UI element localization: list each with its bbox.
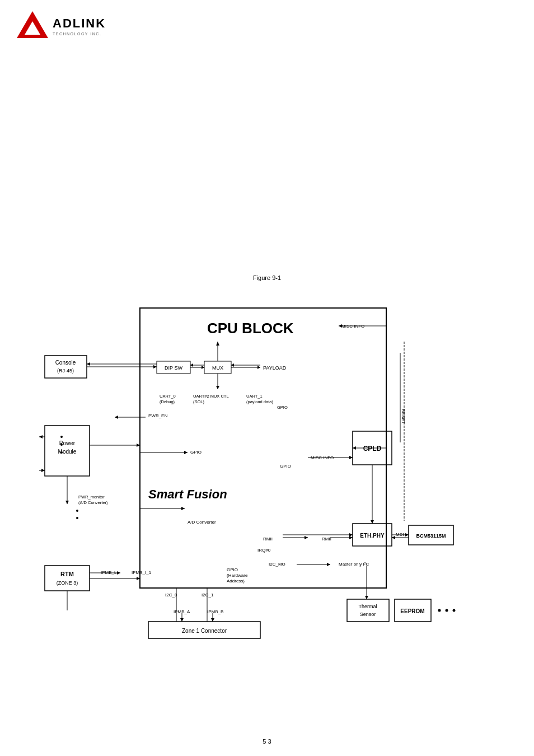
page-number: 5 3 xyxy=(0,738,534,745)
cpld-label: CPLD xyxy=(363,445,382,452)
gpio-hw-label: GPIO xyxy=(227,567,238,572)
uart1-payload: (payload data) xyxy=(246,399,273,404)
zone1-label: Zone 1 Connector xyxy=(182,628,227,634)
rtm-label: RTM xyxy=(60,571,74,577)
dot2 xyxy=(446,609,448,612)
svg-rect-67 xyxy=(347,599,389,622)
rtm-zone: (ZONE 3) xyxy=(57,580,78,586)
svg-point-35 xyxy=(60,444,63,446)
i2c-1-label: I2C_1 xyxy=(202,592,214,598)
svg-marker-19 xyxy=(339,324,342,328)
pwr-monitor-adc: (A/D Converter) xyxy=(78,500,108,505)
svg-marker-32 xyxy=(87,362,90,366)
bcm-label: BCM53115M xyxy=(416,533,446,539)
svg-point-34 xyxy=(60,436,63,438)
svg-rect-28 xyxy=(45,356,87,378)
svg-marker-77 xyxy=(353,446,356,450)
svg-marker-58 xyxy=(117,571,120,575)
diagram-container: CPU BLOCK Smart Fusion DIP SW MUX PAYLOA… xyxy=(28,297,517,722)
eeprom-label: EEPROM xyxy=(400,608,424,614)
reset-label: RESET xyxy=(401,409,406,424)
svg-marker-46 xyxy=(305,536,308,539)
figure-caption: Figure 9-1 xyxy=(0,274,534,281)
dot1 xyxy=(438,609,441,612)
power-module-label2: Module xyxy=(58,449,77,455)
svg-marker-70 xyxy=(365,596,368,599)
pwr-monitor-label: PWR_monitor xyxy=(78,494,105,500)
ipmb-b-label: IPMB_B xyxy=(207,609,223,614)
eth-phy-label: ETH.PHY xyxy=(360,533,385,539)
gpio-hw-label3: Address) xyxy=(227,578,245,584)
adc-label: A/D Converter xyxy=(188,520,216,525)
uart2-sol: (SOL) xyxy=(193,399,205,404)
svg-marker-66 xyxy=(211,618,214,622)
uart0-debug: (Debug) xyxy=(160,399,175,404)
svg-marker-30 xyxy=(153,365,157,368)
svg-marker-8 xyxy=(190,363,193,367)
svg-rect-56 xyxy=(45,566,90,591)
i2c-0-label: I2C_0 xyxy=(165,592,177,598)
thermal-sensor-label1: Thermal xyxy=(358,604,377,609)
svg-marker-85 xyxy=(349,533,353,536)
svg-marker-83 xyxy=(41,469,45,472)
gpio-label1: GPIO xyxy=(277,405,288,410)
svg-point-42 xyxy=(76,517,78,519)
smart-fusion-label: Smart Fusion xyxy=(148,487,227,501)
svg-marker-81 xyxy=(39,435,43,438)
svg-point-36 xyxy=(60,451,63,454)
svg-marker-6 xyxy=(202,366,204,369)
uart0-label: UART_0 xyxy=(160,394,176,399)
console-rj45: (RJ-45) xyxy=(57,368,74,374)
logo-icon xyxy=(17,11,48,38)
ipmb-i-1-label: IPMB_I_1 xyxy=(132,570,152,575)
block-diagram-svg: CPU BLOCK Smart Fusion DIP SW MUX PAYLOA… xyxy=(28,297,515,711)
irqn0-label: IRQ#0 xyxy=(257,548,271,553)
logo-area: ADLINK TECHNOLOGY INC. xyxy=(17,11,106,38)
gpio-label-mid: GPIO xyxy=(190,450,202,455)
svg-marker-27 xyxy=(349,456,353,459)
svg-marker-44 xyxy=(181,507,185,510)
svg-point-41 xyxy=(76,510,78,512)
svg-marker-64 xyxy=(180,618,184,622)
pwr-en-label: PWR_EN xyxy=(148,413,167,418)
master-i2c-label: Master only I²C xyxy=(339,562,369,567)
rmii-right-label: RMII xyxy=(322,536,331,542)
svg-marker-40 xyxy=(65,501,69,504)
svg-marker-61 xyxy=(327,563,330,566)
dip-sw-label: DIP SW xyxy=(165,365,182,371)
svg-marker-10 xyxy=(216,342,219,346)
cpu-block-label: CPU BLOCK xyxy=(207,320,294,337)
svg-marker-55 xyxy=(392,536,395,539)
dot3 xyxy=(453,609,456,612)
console-label: Console xyxy=(55,360,76,366)
mux-label: MUX xyxy=(212,365,223,371)
svg-marker-14 xyxy=(257,366,260,369)
svg-marker-53 xyxy=(405,533,409,536)
svg-marker-79 xyxy=(371,520,374,524)
uart1-label: UART_1 xyxy=(246,394,263,399)
svg-marker-23 xyxy=(115,416,118,419)
svg-rect-2 xyxy=(140,308,386,588)
logo-text: ADLINK TECHNOLOGY INC. xyxy=(53,16,106,36)
svg-marker-12 xyxy=(216,386,219,389)
gpio-hw-label2: (Hardware xyxy=(227,573,248,578)
payload-label: PAYLOAD xyxy=(263,365,287,371)
gpio-label-right: GPIO xyxy=(280,464,291,469)
svg-marker-16 xyxy=(231,363,234,367)
thermal-sensor-label2: Sensor xyxy=(360,612,376,617)
rmii-label: RMII xyxy=(263,536,273,542)
svg-marker-49 xyxy=(349,536,353,539)
i2c-mo-label: I2C_MO xyxy=(269,562,285,567)
uart2-label: UART#2 MUX CTL xyxy=(193,394,229,399)
svg-marker-25 xyxy=(184,451,188,454)
